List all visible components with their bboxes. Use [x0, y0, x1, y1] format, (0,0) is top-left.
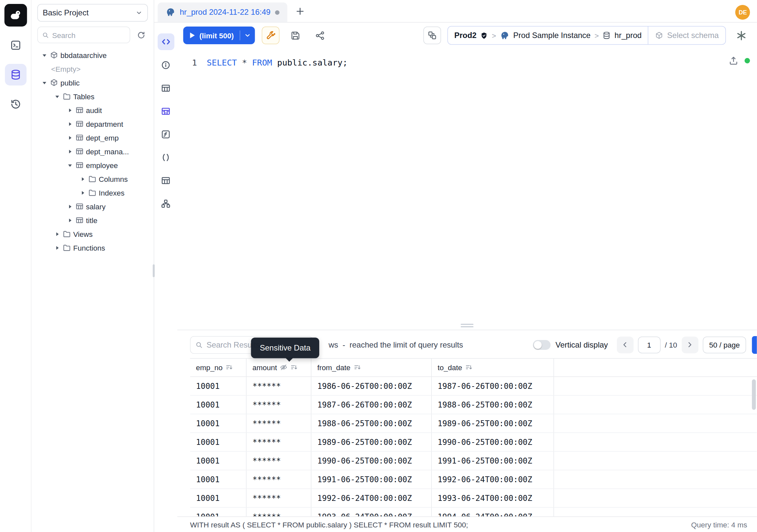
table-cell: 10001 [190, 377, 247, 395]
table-cell: ****** [247, 395, 311, 414]
run-options-chevron-icon[interactable] [244, 32, 251, 39]
schema-selector[interactable]: Select schema [648, 26, 726, 44]
procedures-panel-button[interactable] [158, 149, 174, 166]
schema-diagram-button[interactable] [158, 195, 174, 212]
save-icon [290, 31, 300, 40]
share-button[interactable] [311, 26, 329, 44]
editor-toolbar: (limit 500) [177, 23, 757, 48]
masked-data-panel-button[interactable] [158, 103, 174, 120]
panel-toggle-strip[interactable] [752, 336, 757, 354]
sensitive-table-icon [161, 107, 170, 116]
chevron-right-icon [686, 341, 694, 349]
run-button-divider [240, 30, 240, 40]
app-rail [0, 0, 31, 532]
table-row[interactable]: 10001******1986-06-26T00:00:00Z1987-06-2… [190, 377, 757, 395]
caret-down-icon [41, 52, 48, 58]
views-panel-button[interactable] [158, 172, 174, 189]
table-row[interactable]: 10001******1992-06-24T00:00:00Z1993-06-2… [190, 489, 757, 508]
table-cell: 10001 [190, 414, 247, 432]
vertical-display-toggle[interactable] [533, 340, 551, 350]
run-query-button[interactable]: (limit 500) [183, 26, 255, 44]
table-cell: 1986-06-26T00:00:00Z [311, 377, 432, 395]
tree-item-bbdataarchive[interactable]: bbdataarchive [31, 48, 154, 62]
prev-page-button[interactable] [617, 336, 634, 353]
column-header-from_date[interactable]: from_date [311, 359, 432, 376]
breadcrumb-separator: > [492, 31, 496, 40]
limit-note: ws - reached the limit of query results [329, 340, 463, 349]
table-row[interactable]: 10001******1988-06-25T00:00:00Z1989-06-2… [190, 414, 757, 433]
search-icon [196, 341, 203, 349]
table-cell: 1989-06-25T00:00:00Z [432, 414, 554, 432]
table-cell: 10001 [190, 508, 247, 516]
page-size-selector[interactable]: 50 / page [703, 336, 746, 353]
column-header-amount[interactable]: amount [247, 359, 311, 376]
info-panel-button[interactable] [158, 57, 174, 73]
save-button[interactable] [287, 26, 304, 44]
tree-item-columns[interactable]: Columns [31, 172, 154, 186]
project-selector[interactable]: Basic Project [37, 4, 148, 22]
column-header-emp_no[interactable]: emp_no [190, 359, 247, 376]
sql-editor-app: DE Basic Proj [0, 0, 757, 532]
database-label: hr_prod [615, 31, 642, 40]
sql-editor-rail-button[interactable] [5, 34, 26, 56]
table-cell: 1989-06-25T00:00:00Z [311, 433, 432, 451]
tree-item-employee[interactable]: employee [31, 158, 154, 172]
tree-item-functions[interactable]: Functions [31, 241, 154, 255]
history-rail-button[interactable] [5, 93, 26, 115]
worksheet-mode-button[interactable] [158, 33, 174, 50]
refresh-button[interactable] [134, 28, 148, 42]
schema-icon [50, 78, 58, 86]
table-cell-empty [554, 377, 757, 395]
chevron-down-icon [136, 10, 142, 16]
tables-panel-button[interactable] [158, 79, 174, 96]
change-connection-button[interactable] [423, 26, 441, 44]
table-cell: 1990-06-25T00:00:00Z [311, 452, 432, 470]
table-row[interactable]: 10001******1990-06-25T00:00:00Z1991-06-2… [190, 452, 757, 470]
column-header-to_date[interactable]: to_date [432, 359, 554, 376]
caret-down-icon [54, 93, 61, 100]
table-cell: ****** [247, 470, 311, 488]
tree-item-dept-mana-[interactable]: dept_mana... [31, 144, 154, 158]
table-cell-empty [554, 489, 757, 507]
page-number-input[interactable]: 1 [638, 336, 660, 353]
breadcrumb[interactable]: Prod2 > Prod Sample Instance > hr_prod [448, 26, 648, 44]
tree-item-audit[interactable]: audit [31, 103, 154, 117]
tree-item-views[interactable]: Views [31, 227, 154, 241]
tree-item-department[interactable]: department [31, 117, 154, 131]
results-table: emp_noamountfrom_dateto_date 10001******… [190, 358, 757, 516]
sidebar-resize-handle[interactable] [153, 265, 155, 277]
table-row[interactable]: 10001******1993-06-24T00:00:00Z1994-06-2… [190, 508, 757, 516]
table-cell: 1994-06-24T00:00:00Z [432, 508, 554, 516]
table-scrollbar[interactable] [752, 379, 756, 410]
panel-resize-handle[interactable] [461, 324, 473, 327]
database-rail-button[interactable] [5, 64, 26, 85]
tab-hr-prod[interactable]: hr_prod 2024-11-22 16:49 [158, 3, 288, 22]
tree-item-tables[interactable]: Tables [31, 89, 154, 103]
table-row[interactable]: 10001******1987-06-26T00:00:00Z1988-06-2… [190, 395, 757, 414]
admin-mode-button[interactable] [262, 26, 280, 44]
table-row[interactable]: 10001******1989-06-25T00:00:00Z1990-06-2… [190, 433, 757, 452]
environment-label: Prod2 [454, 31, 476, 40]
table-row[interactable]: 10001******1991-06-25T00:00:00Z1992-06-2… [190, 470, 757, 489]
vertical-display-label: Vertical display [556, 340, 608, 349]
connection-breadcrumb: Prod2 > Prod Sample Instance > hr_prod [447, 26, 726, 45]
ai-assistant-button[interactable] [733, 26, 750, 44]
sidebar-search[interactable] [37, 26, 130, 43]
sidebar-search-input[interactable] [52, 31, 125, 39]
history-icon [10, 99, 21, 110]
tree-item-label: Columns [99, 174, 128, 183]
export-icon[interactable] [729, 56, 738, 66]
next-page-button[interactable] [682, 336, 698, 353]
tree-item-indexes[interactable]: Indexes [31, 186, 154, 200]
new-tab-button[interactable] [292, 3, 308, 20]
bytebase-logo[interactable] [4, 4, 27, 26]
tree-item-title[interactable]: title [31, 213, 154, 227]
tree-item-salary[interactable]: salary [31, 200, 154, 213]
sql-editor[interactable]: 1 SELECT * FROM public.salary; [177, 48, 757, 327]
table-icon [76, 161, 83, 169]
functions-panel-button[interactable] [158, 126, 174, 142]
sql-identifier: public.salary; [277, 58, 348, 68]
tree-item-public[interactable]: public [31, 76, 154, 89]
table-cell: 1991-06-25T00:00:00Z [432, 452, 554, 470]
tree-item-dept-emp[interactable]: dept_emp [31, 131, 154, 144]
